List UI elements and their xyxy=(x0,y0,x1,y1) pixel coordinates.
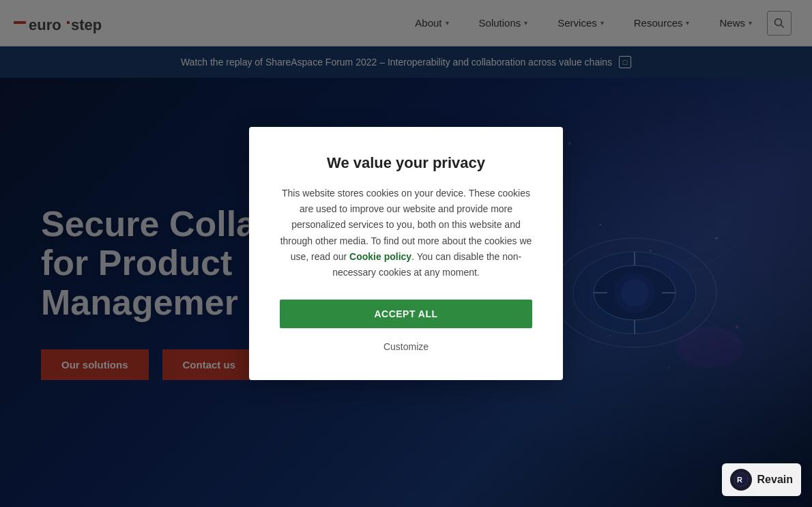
svg-text:R: R xyxy=(737,476,742,484)
revain-icon: R xyxy=(730,469,752,491)
cookie-consent-modal: We value your privacy This website store… xyxy=(249,127,563,380)
cookie-policy-link[interactable]: Cookie policy xyxy=(349,251,411,262)
customize-button[interactable]: Customize xyxy=(383,341,429,352)
cookie-modal-title: We value your privacy xyxy=(280,154,532,172)
revain-badge[interactable]: R Revain xyxy=(722,463,801,496)
modal-overlay: We value your privacy This website store… xyxy=(0,0,812,507)
accept-all-button[interactable]: ACCEPT ALL xyxy=(280,300,532,328)
revain-label: Revain xyxy=(757,474,793,486)
cookie-modal-body: This website stores cookies on your devi… xyxy=(280,186,532,280)
